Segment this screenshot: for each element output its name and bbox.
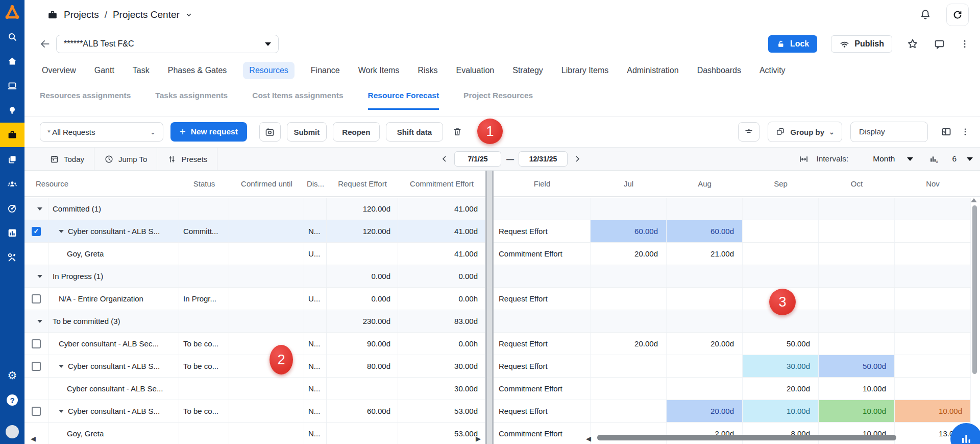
column-header-aug[interactable]: Aug	[667, 171, 743, 196]
month-value-cell[interactable]: 60.00d	[667, 220, 743, 242]
sidebar-item-settings[interactable]: ⚙	[0, 363, 24, 388]
row-checkbox[interactable]	[32, 362, 41, 371]
month-value-cell[interactable]: 10.00d	[895, 400, 971, 422]
breadcrumb-page[interactable]: Projects Center	[113, 9, 180, 20]
column-header-commitment-effort[interactable]: Commitment Effort	[398, 171, 485, 196]
month-value-cell[interactable]: 10.00d	[743, 400, 819, 422]
request-filter-select[interactable]: * All Requests ⌄	[40, 122, 163, 142]
row-checkbox[interactable]	[32, 227, 41, 236]
sidebar-item-search[interactable]	[0, 25, 24, 49]
month-value-cell[interactable]	[819, 265, 895, 287]
tab-evaluation[interactable]: Evaluation	[454, 62, 496, 79]
collapse-panel-icon[interactable]	[940, 126, 952, 138]
range-end-input[interactable]: 12/31/25	[519, 151, 568, 167]
month-value-cell[interactable]	[591, 400, 667, 422]
month-value-cell[interactable]: 20.00d	[591, 243, 667, 265]
kebab-menu-icon[interactable]	[960, 38, 970, 50]
table-row[interactable]: Goy, GretaN...53.00dCommitment Effort2.0…	[24, 423, 971, 444]
month-value-cell[interactable]	[819, 288, 895, 310]
sidebar-item-target[interactable]	[0, 196, 24, 221]
back-arrow-icon[interactable]	[39, 38, 51, 50]
month-value-cell[interactable]	[667, 378, 743, 400]
month-value-cell[interactable]	[895, 265, 971, 287]
expand-caret-icon[interactable]	[37, 275, 42, 278]
month-value-cell[interactable]	[895, 333, 971, 355]
expand-caret-icon[interactable]	[37, 207, 42, 211]
lock-button[interactable]: Lock	[768, 35, 817, 53]
row-checkbox[interactable]	[32, 407, 41, 416]
chevron-down-icon[interactable]	[185, 11, 192, 18]
table-row[interactable]: Cyber consultant - ALB S...Committ...N..…	[24, 220, 971, 243]
column-header-resource[interactable]: Resource	[24, 171, 179, 196]
interval-unit-value[interactable]: Month	[873, 154, 895, 163]
sidebar-item-laptop[interactable]	[0, 74, 24, 98]
app-logo[interactable]	[0, 0, 24, 25]
expand-caret-icon[interactable]	[59, 365, 64, 368]
tab-dashboards[interactable]: Dashboards	[695, 62, 743, 79]
new-request-button[interactable]: + New request	[170, 122, 247, 142]
column-header-sep[interactable]: Sep	[743, 171, 819, 196]
column-header-request-effort[interactable]: Request Effort	[327, 171, 398, 196]
reopen-button[interactable]: Reopen	[333, 122, 380, 142]
month-value-cell[interactable]	[819, 333, 895, 355]
sidebar-item-team[interactable]	[0, 172, 24, 196]
month-value-cell[interactable]: 8.00d	[743, 423, 819, 444]
table-row[interactable]: Cyber consultant - ALB S...To be co...N.…	[24, 400, 971, 423]
sidebar-item-tools[interactable]	[0, 245, 24, 270]
filter-button[interactable]	[738, 122, 760, 142]
month-value-cell[interactable]	[591, 310, 667, 332]
subtab-cost-items-assignments[interactable]: Cost Items assignments	[252, 91, 343, 108]
table-row[interactable]: Cyber consultant - ALB S...To be co...N.…	[24, 355, 971, 378]
today-button[interactable]: Today	[40, 148, 94, 170]
star-icon[interactable]	[906, 37, 919, 51]
month-value-cell[interactable]	[591, 355, 667, 377]
interval-unit-caret-icon[interactable]	[907, 157, 913, 161]
month-value-cell[interactable]: 30.00d	[743, 355, 819, 377]
comment-icon[interactable]	[933, 38, 946, 51]
month-value-cell[interactable]	[667, 355, 743, 377]
kebab-menu-icon[interactable]	[961, 126, 970, 137]
sidebar-item-bar-chart[interactable]	[0, 221, 24, 245]
tab-library-items[interactable]: Library Items	[559, 62, 610, 79]
column-header-dis[interactable]: Dis...	[304, 171, 327, 196]
month-value-cell[interactable]	[591, 288, 667, 310]
project-select[interactable]: ******ALB Test F&C	[56, 35, 279, 53]
month-value-cell[interactable]	[895, 378, 971, 400]
display-button[interactable]: Display	[850, 122, 928, 142]
tab-overview[interactable]: Overview	[40, 62, 78, 79]
tab-strategy[interactable]: Strategy	[510, 62, 545, 79]
month-value-cell[interactable]	[895, 243, 971, 265]
delete-button[interactable]	[447, 122, 468, 142]
column-header-status[interactable]: Status	[179, 171, 229, 196]
month-value-cell[interactable]: 20.00d	[743, 378, 819, 400]
chevron-right-icon[interactable]	[573, 154, 582, 164]
tab-risks[interactable]: Risks	[415, 62, 439, 79]
presets-button[interactable]: Presets	[157, 148, 217, 170]
table-row[interactable]: In Progress (1)0.00d0.00d	[24, 265, 971, 288]
interval-count-caret-icon[interactable]	[967, 157, 973, 161]
sidebar-item-profile[interactable]	[0, 419, 24, 444]
month-value-cell[interactable]	[743, 220, 819, 242]
group-by-button[interactable]: Group by ⌄	[768, 122, 842, 142]
subtab-resource-forecast[interactable]: Resource Forecast	[368, 91, 439, 110]
subtab-resources-assignments[interactable]: Resources assignments	[40, 91, 131, 108]
month-value-cell[interactable]	[895, 198, 971, 220]
month-value-cell[interactable]: 21.00d	[667, 243, 743, 265]
interval-count-value[interactable]: 6	[952, 154, 957, 163]
pane-splitter[interactable]	[485, 171, 494, 444]
tab-gantt[interactable]: Gantt	[92, 62, 116, 79]
table-row[interactable]: Goy, GretaU...41.00dCommitment Effort20.…	[24, 243, 971, 265]
tab-activity[interactable]: Activity	[757, 62, 788, 79]
month-value-cell[interactable]: 10.00d	[819, 400, 895, 422]
month-value-cell[interactable]	[895, 220, 971, 242]
left-pane-scroll-right-arrow[interactable]: ▶	[476, 435, 481, 442]
snapshot-button[interactable]	[259, 122, 281, 142]
column-header-oct[interactable]: Oct	[819, 171, 895, 196]
tab-work-items[interactable]: Work Items	[356, 62, 402, 79]
column-header-nov[interactable]: Nov	[895, 171, 971, 196]
month-value-cell[interactable]: 60.00d	[591, 220, 667, 242]
submit-button[interactable]: Submit	[287, 122, 327, 142]
month-value-cell[interactable]: 10.00d	[819, 378, 895, 400]
expand-caret-icon[interactable]	[59, 230, 64, 233]
row-checkbox[interactable]	[32, 339, 41, 348]
